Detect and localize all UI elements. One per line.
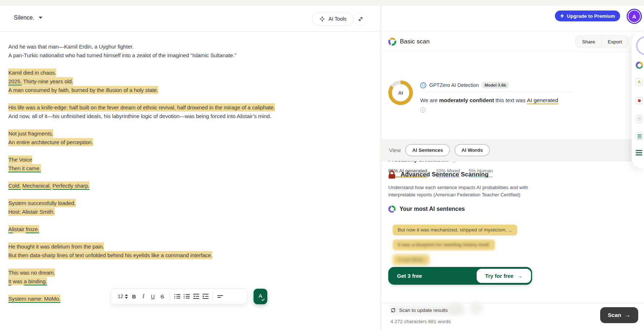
most-ai-sentences-header: Your most AI sentences bbox=[388, 205, 465, 213]
view-option-ai-sentences[interactable]: AI Sentences bbox=[405, 144, 450, 156]
indent-button[interactable] bbox=[201, 291, 210, 302]
ai-highlighted-text: It bbox=[8, 277, 11, 285]
chevron-down-icon bbox=[39, 17, 42, 19]
plagiarism-icon[interactable] bbox=[636, 97, 643, 104]
ai-sentence-pill[interactable]: It was Brian. bbox=[393, 254, 430, 265]
detection-brand-row: GPTZero AI Detection Model 3.6b bbox=[420, 82, 509, 88]
view-option-ai-words[interactable]: AI Words bbox=[455, 144, 490, 156]
lock-icon bbox=[388, 170, 396, 179]
strikethrough-button[interactable]: S bbox=[158, 291, 167, 302]
document-line[interactable]: Alistair froze. bbox=[8, 225, 372, 234]
underline-button[interactable]: U bbox=[148, 291, 158, 302]
document-line[interactable]: 2025. Thirty-nine years old. bbox=[8, 77, 372, 86]
gptzero-logo-icon bbox=[420, 82, 426, 88]
info-icon[interactable]: i bbox=[420, 107, 426, 113]
bullet-list-button[interactable] bbox=[182, 291, 191, 302]
document-line[interactable]: But then data-sharp lines of text unfold… bbox=[8, 251, 372, 260]
ai-sentence-pill[interactable]: But now it was mechanized, stripped of m… bbox=[393, 225, 517, 235]
ai-highlighted-text: The Voice bbox=[8, 155, 32, 164]
document-line[interactable]: And he was that man—Kamil Erdin, a Uyghu… bbox=[8, 42, 372, 51]
list-report-icon[interactable] bbox=[636, 150, 643, 157]
font-size-stepper[interactable]: 12 bbox=[116, 291, 129, 302]
detection-brand: GPTZero AI Detection bbox=[429, 82, 479, 88]
scan-results-panel: Upgrade to Premium A Basic scan Share Ex… bbox=[382, 6, 644, 330]
document-text: And now, all of it—his unfinished ideals… bbox=[8, 113, 271, 119]
table-report-icon[interactable] bbox=[636, 133, 643, 140]
blurred-decor bbox=[470, 302, 483, 315]
document-line[interactable]: And now, all of it—his unfinished ideals… bbox=[8, 112, 372, 121]
ai-highlighted-text: An entire architecture of perception. bbox=[8, 138, 93, 146]
rescan-hint[interactable]: Scan to update results bbox=[390, 308, 448, 313]
try-for-free-label: Try for free bbox=[485, 273, 513, 279]
rescan-label: Scan to update results bbox=[399, 308, 448, 313]
document-line[interactable]: This was no dream. bbox=[8, 268, 372, 277]
get-free-label: Get 3 free bbox=[397, 273, 422, 279]
ai-tools-button[interactable]: AI Tools bbox=[312, 12, 354, 26]
toolbar-divider bbox=[213, 292, 213, 301]
ai-highlighted-text: But then data-sharp lines of text unfold… bbox=[8, 251, 212, 259]
scan-logo-icon[interactable] bbox=[636, 62, 643, 69]
document-line[interactable]: An entire architecture of perception. bbox=[8, 138, 372, 147]
avatar[interactable]: A bbox=[627, 9, 642, 24]
ordered-list-icon bbox=[174, 294, 180, 298]
upgrade-premium-button[interactable]: Upgrade to Premium bbox=[555, 11, 620, 21]
document-line[interactable]: Then it came. bbox=[8, 164, 372, 173]
document-line[interactable]: Kamil died in chaos. bbox=[8, 68, 372, 77]
ai-highlighted-text: Mechanical. bbox=[22, 181, 51, 190]
document-line[interactable]: The Voice bbox=[8, 155, 372, 164]
expand-icon bbox=[357, 16, 364, 22]
grammar-check-button[interactable]: A bbox=[254, 289, 267, 304]
document-line[interactable]: It was a binding. bbox=[8, 277, 372, 286]
stepper-arrows-icon bbox=[125, 294, 128, 299]
bold-button[interactable]: B bbox=[129, 291, 139, 302]
confidence-middle: this text was bbox=[494, 97, 527, 103]
align-icon bbox=[217, 295, 223, 298]
ai-highlighted-text: System name: MoMo. bbox=[8, 295, 60, 303]
document-line[interactable]: He thought it was delirium from the pain… bbox=[8, 242, 372, 251]
try-for-free-button[interactable]: Try for free → bbox=[477, 269, 531, 283]
ai-highlighted-text: istair bbox=[13, 225, 26, 233]
document-line[interactable]: Not just fragments. bbox=[8, 129, 372, 138]
paragraph-gap bbox=[8, 147, 372, 155]
share-button[interactable]: Share bbox=[576, 36, 601, 47]
paragraph-gap bbox=[8, 121, 372, 129]
ordered-list-button[interactable] bbox=[172, 291, 182, 302]
ai-generated-link[interactable]: AI generated bbox=[527, 97, 558, 104]
ai-highlighted-text: Al bbox=[8, 225, 13, 233]
get-free-banner[interactable]: Get 3 free Try for free → bbox=[388, 267, 532, 285]
expand-button[interactable] bbox=[354, 12, 367, 26]
view-options: AI SentencesAI Words bbox=[405, 144, 490, 156]
paragraph-gap bbox=[8, 260, 372, 268]
share-export-group: Share Export bbox=[576, 35, 628, 48]
document-line[interactable]: System successfully loaded. bbox=[8, 199, 372, 208]
panel-topbar: Upgrade to Premium A bbox=[382, 6, 644, 32]
document-line[interactable]: Cold. Mechanical. Perfectly sharp. bbox=[8, 181, 372, 190]
outdent-button[interactable] bbox=[191, 291, 201, 302]
italic-button[interactable]: I bbox=[139, 291, 148, 302]
export-button[interactable]: Export bbox=[602, 36, 628, 47]
letter-a-glyph: A bbox=[638, 80, 641, 84]
floating-tools-rail: A bbox=[632, 33, 644, 168]
document-line[interactable]: A pan-Turkic nationalist who had turned … bbox=[8, 51, 372, 60]
ai-highlighted-text: He thought it was delirium from the pain… bbox=[8, 242, 104, 251]
document-line[interactable]: Host: Alistair Smith. bbox=[8, 208, 372, 216]
document-line[interactable]: His life was a knife-edge: half built on… bbox=[8, 103, 372, 112]
ai-highlighted-text: A man consumed by faith, burned by the i… bbox=[8, 86, 158, 94]
align-button[interactable] bbox=[216, 291, 225, 302]
lightning-icon bbox=[560, 13, 564, 18]
ai-grader-icon[interactable]: A bbox=[636, 78, 643, 85]
outdent-icon bbox=[193, 294, 199, 299]
scan-button[interactable]: Scan → bbox=[600, 307, 638, 323]
paragraph-gap bbox=[8, 190, 372, 199]
ai-highlighted-text: Thirty-nine years old. bbox=[22, 77, 73, 85]
ai-highlighted-text: 2025. bbox=[8, 77, 22, 85]
document-title-dropdown[interactable]: Silence. bbox=[14, 14, 42, 21]
document-report-icon[interactable] bbox=[636, 115, 643, 122]
basic-scan-icon bbox=[388, 38, 396, 46]
document-body[interactable]: And he was that man—Kamil Erdin, a Uyghu… bbox=[0, 32, 380, 303]
ai-sentence-pill[interactable]: It was a blueprint for rewriting history… bbox=[393, 239, 495, 250]
document-title: Silence. bbox=[14, 14, 34, 21]
document-line[interactable]: A man consumed by faith, burned by the i… bbox=[8, 86, 372, 95]
font-size-value: 12 bbox=[118, 293, 124, 299]
confidence-statement: We are moderately confident this text wa… bbox=[420, 97, 558, 103]
